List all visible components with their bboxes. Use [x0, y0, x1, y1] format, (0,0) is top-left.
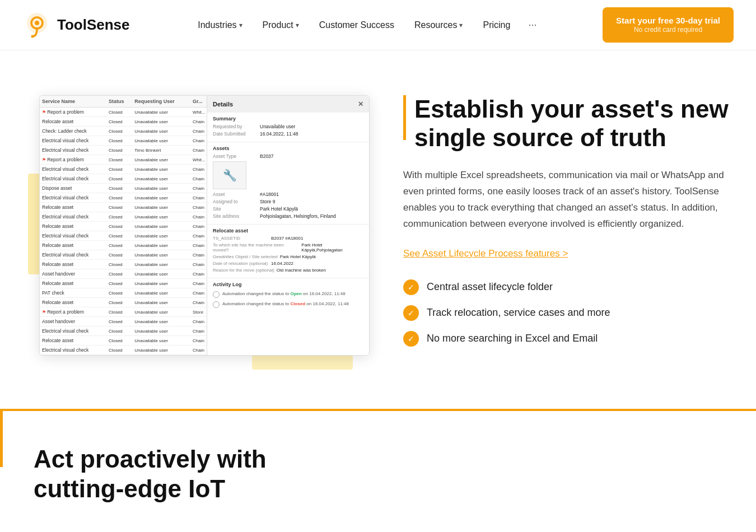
- table-row[interactable]: Electrical visual check Closed Unavailab…: [40, 193, 213, 203]
- table-row[interactable]: Electrical visual check Closed Unavailab…: [40, 212, 213, 222]
- nav-item-resources[interactable]: Resources ▾: [407, 16, 470, 35]
- cell-status: Closed: [106, 222, 132, 231]
- table-row[interactable]: Relocate asset Closed Unavailable user C…: [40, 117, 213, 127]
- nav-label-resources: Resources: [414, 20, 457, 30]
- date-submitted-label: Date Submitted: [213, 131, 258, 137]
- nav-item-product[interactable]: Product ▾: [255, 16, 307, 35]
- activity-dot-icon: [213, 301, 220, 308]
- site-row: Site Park Hotel Käpylä: [213, 206, 363, 212]
- date-relocation-row: Date of relocation (optional) 16.04.2022: [213, 261, 363, 266]
- more-options-button[interactable]: ···: [522, 15, 542, 35]
- nav-label-customer-success: Customer Success: [319, 20, 394, 30]
- nav-item-industries[interactable]: Industries ▾: [190, 16, 250, 35]
- activity-text-1: Automation changed the status to Open on…: [222, 291, 346, 297]
- chevron-down-icon: ▾: [239, 21, 242, 29]
- cta-sub-text: No credit card required: [616, 26, 720, 35]
- cell-status: Closed: [106, 288, 132, 298]
- feature-text-2: Track relocation, service cases and more: [427, 307, 610, 319]
- cell-user: Unavailable user: [132, 174, 190, 184]
- main-section: Service Name Status Requesting User Gr..…: [0, 50, 756, 409]
- cell-status: Closed: [106, 346, 132, 355]
- table-row[interactable]: Electrical visual check Closed Timo Brin…: [40, 146, 213, 155]
- asset-value: #A18001: [260, 192, 279, 197]
- cell-user: Unavailable user: [132, 326, 190, 336]
- cell-status: Closed: [106, 269, 132, 279]
- cta-trial-button[interactable]: Start your free 30-day trial No credit c…: [603, 7, 734, 43]
- table-row[interactable]: Electrical visual check Closed Unavailab…: [40, 326, 213, 336]
- see-features-link[interactable]: See Asset Lifecycle Process features >: [403, 248, 568, 259]
- cell-user: Unavailable user: [132, 193, 190, 203]
- nav-item-pricing[interactable]: Pricing: [475, 16, 518, 35]
- ts-assetid-value: B2037 #A18001: [271, 236, 303, 241]
- feature-item-1: ✓ Central asset lifecycle folder: [403, 279, 734, 295]
- table-row[interactable]: Electrical visual check Closed Unavailab…: [40, 250, 213, 260]
- table-row[interactable]: Electrical visual check Closed Unavailab…: [40, 174, 213, 184]
- table-row[interactable]: Relocate asset Closed Unavailable user C…: [40, 298, 213, 307]
- date-submitted-value: 16.04.2022, 11:48: [260, 131, 298, 137]
- assigned-to-row: Assigned to Store 9: [213, 199, 363, 204]
- activity-text-2: Automation changed the status to Closed …: [222, 301, 349, 307]
- close-icon[interactable]: ✕: [358, 100, 363, 108]
- screenshot-inner: Service Name Status Requesting User Gr..…: [40, 96, 369, 355]
- site-value: Park Hotel Käpylä: [260, 206, 298, 212]
- cell-user: Unavailable user: [132, 346, 190, 355]
- table-row[interactable]: Relocate asset Closed Unavailable user C…: [40, 279, 213, 288]
- logo-text: ToolSense: [57, 16, 130, 34]
- requested-by-value: Unavailable user: [260, 124, 295, 129]
- check-icon-2: ✓: [403, 305, 419, 321]
- flag-icon: ⚑: [42, 110, 47, 115]
- table-row[interactable]: Asset handover Closed Unavailable user C…: [40, 317, 213, 326]
- activity-prefix-1: Automation changed the status to: [222, 291, 290, 296]
- cell-user: Unavailable user: [132, 231, 190, 241]
- cell-service: Check: Ladder check: [40, 127, 106, 136]
- logo-icon: [22, 11, 52, 40]
- cell-status: Closed: [106, 307, 132, 317]
- cell-user: Unavailable user: [132, 165, 190, 174]
- cell-user: Unavailable user: [132, 241, 190, 250]
- cell-user: Unavailable user: [132, 298, 190, 307]
- activity-item-1: Automation changed the status to Open on…: [213, 291, 363, 298]
- cell-user: Unavailable user: [132, 336, 190, 346]
- content-section: Establish your asset's new single source…: [403, 84, 734, 357]
- section-header-wrap: Establish your asset's new single source…: [403, 95, 734, 152]
- table-row[interactable]: Electrical visual check Closed Unavailab…: [40, 231, 213, 241]
- table-row[interactable]: Asset handover Closed Unavailable user C…: [40, 269, 213, 279]
- table-row[interactable]: Electrical visual check Closed Unavailab…: [40, 165, 213, 174]
- table-row[interactable]: Relocate asset Closed Unavailable user C…: [40, 241, 213, 250]
- table-row[interactable]: ⚑ Report a problem Closed Unavailable us…: [40, 307, 213, 317]
- table-row[interactable]: Relocate asset Closed Unavailable user C…: [40, 336, 213, 346]
- table-row[interactable]: Electrical visual check Closed Unavailab…: [40, 346, 213, 355]
- cell-service: Asset handover: [40, 269, 106, 279]
- table-row[interactable]: ⚑ Report a problem Closed Unavailable us…: [40, 108, 213, 117]
- table-row[interactable]: Electrical visual check Closed Unavailab…: [40, 136, 213, 146]
- activity-suffix-2: on 16.04.2022, 11:48: [306, 301, 349, 306]
- mock-table: Service Name Status Requesting User Gr..…: [40, 96, 213, 355]
- activity-status-open: Open: [290, 291, 301, 296]
- cell-status: Closed: [106, 298, 132, 307]
- table-row[interactable]: Relocate asset Closed Unavailable user C…: [40, 222, 213, 231]
- table-row[interactable]: Dispose asset Closed Unavailable user Ch…: [40, 184, 213, 193]
- cell-service: PAT check: [40, 288, 106, 298]
- cell-status: Closed: [106, 117, 132, 127]
- table-row[interactable]: ⚑ Report a problem Closed Unavailable us…: [40, 155, 213, 165]
- reason-row: Reason for the move (optional) Old machi…: [213, 268, 363, 273]
- cell-service: Relocate asset: [40, 222, 106, 231]
- cell-user: Timo Brinkert: [132, 146, 190, 155]
- cell-service: Relocate asset: [40, 260, 106, 269]
- cell-service: ⚑ Report a problem: [40, 108, 106, 117]
- table-row[interactable]: Check: Ladder check Closed Unavailable u…: [40, 127, 213, 136]
- ui-screenshot: Service Name Status Requesting User Gr..…: [39, 95, 370, 356]
- table-row[interactable]: Relocate asset Closed Unavailable user C…: [40, 260, 213, 269]
- table-header-service: Service Name: [40, 96, 106, 108]
- logo[interactable]: ToolSense: [22, 11, 130, 40]
- cell-user: Unavailable user: [132, 136, 190, 146]
- flag-icon: ⚑: [42, 310, 47, 315]
- nav-item-customer-success[interactable]: Customer Success: [311, 16, 402, 35]
- svg-point-2: [35, 21, 39, 25]
- which-site-label: To which site has the machine been moved…: [213, 242, 299, 253]
- nav-label-product: Product: [263, 20, 293, 30]
- cell-user: Unavailable user: [132, 117, 190, 127]
- table-row[interactable]: Relocate asset Closed Unavailable user C…: [40, 203, 213, 212]
- cell-status: Closed: [106, 250, 132, 260]
- table-row[interactable]: PAT check Closed Unavailable user Chain: [40, 288, 213, 298]
